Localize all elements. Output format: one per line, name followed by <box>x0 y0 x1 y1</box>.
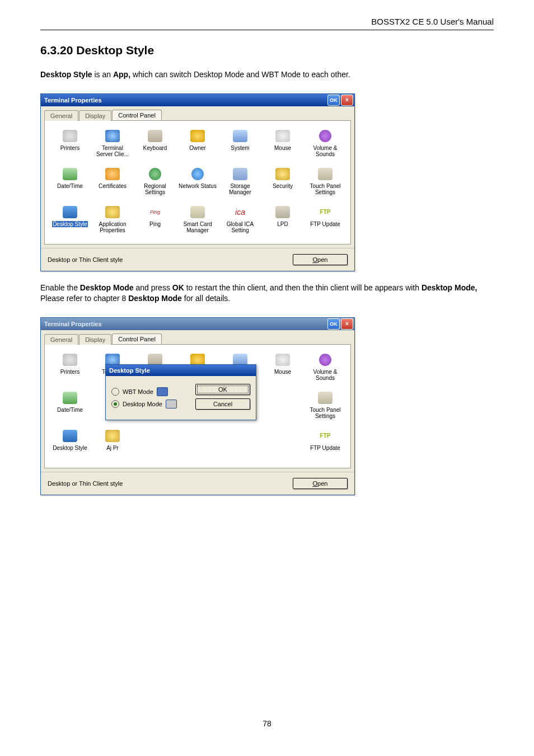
window-title-inactive: Terminal Properties <box>44 321 326 327</box>
cp-item-ftp-update[interactable]: FTPFTP Update <box>305 203 346 240</box>
cp-item-label: Desktop Style <box>53 445 87 452</box>
cp-item-ftp-update[interactable]: FTPFTP Update <box>305 426 346 463</box>
cp-item-desktop-style[interactable]: Desktop Style <box>49 426 91 463</box>
tabstrip: General Display Control Panel <box>41 106 354 120</box>
cp-item-touch-panel-settings[interactable]: Touch Panel Settings <box>305 388 346 425</box>
cp-item-application-properties[interactable]: Application Properties <box>92 203 133 240</box>
cp-item-volume-sounds[interactable]: Volume & Sounds <box>305 126 346 163</box>
cp-item-desktop-style[interactable]: Desktop Style <box>49 203 91 240</box>
blank-icon <box>190 429 205 443</box>
cp-item-mouse[interactable]: Mouse <box>262 350 303 387</box>
section-title: 6.3.20 Desktop Style <box>40 44 494 57</box>
cp-item-application-properties[interactable]: Aj Pr <box>92 426 133 463</box>
cp-item-label: FTP Update <box>310 445 340 452</box>
cp-item-label: Smart Card Manager <box>179 221 217 234</box>
cp-item-printers[interactable]: Printers <box>49 350 91 387</box>
printers-icon <box>62 129 78 143</box>
doc-header: BOSSTX2 CE 5.0 User's Manual <box>40 17 494 26</box>
cp-item-label: Certificates <box>99 183 127 190</box>
application-properties-icon <box>105 429 120 443</box>
certificates-icon <box>105 167 120 181</box>
storage-manager-icon <box>232 167 248 181</box>
cp-item-certificates[interactable]: Certificates <box>92 165 133 201</box>
cp-item-storage-manager[interactable]: Storage Manager <box>219 165 261 201</box>
cp-item-label: Date/Time <box>57 183 83 190</box>
cp-item-smart-card-manager[interactable]: Smart Card Manager <box>177 203 218 240</box>
cp-item-lpd[interactable]: LPD <box>262 203 303 240</box>
cp-item-keyboard[interactable]: Keyboard <box>134 126 176 163</box>
ftp-update-icon: FTP <box>320 205 331 219</box>
cp-item-printers[interactable]: Printers <box>49 126 91 163</box>
tabstrip: General Display Control Panel <box>41 330 354 344</box>
tab-general[interactable]: General <box>44 334 78 345</box>
desktop-style-dialog: Desktop Style WBT Mode Desktop Mode <box>105 364 256 420</box>
cp-item-mouse[interactable]: Mouse <box>262 126 303 163</box>
open-button[interactable]: Open <box>293 478 348 489</box>
ftp-update-icon: FTP <box>320 429 331 443</box>
cp-item-label: Touch Panel Settings <box>306 183 344 196</box>
regional-settings-icon <box>147 167 163 181</box>
blank-icon <box>275 391 291 405</box>
titlebar-ok-button[interactable]: OK <box>327 318 340 330</box>
radio-label: Desktop Mode <box>123 401 162 407</box>
page-number: 78 <box>40 719 494 728</box>
desktop-style-icon <box>62 205 78 219</box>
system-icon <box>232 129 248 143</box>
titlebar-close-button[interactable]: × <box>341 95 353 106</box>
keyboard-icon <box>147 129 163 143</box>
status-description: Desktop or Thin Client style <box>48 480 293 487</box>
enable-paragraph: Enable the Desktop Mode and press OK to … <box>40 283 494 304</box>
cp-item-global-ica-setting[interactable]: icaGlobal ICA Setting <box>219 203 261 240</box>
tab-control-panel[interactable]: Control Panel <box>112 110 162 120</box>
lpd-icon <box>275 205 291 219</box>
global-ica-setting-icon: ica <box>235 205 245 219</box>
cp-item-label: Volume & Sounds <box>306 145 344 158</box>
titlebar-inactive: Terminal Properties OK × <box>41 318 354 330</box>
tab-control-panel[interactable]: Control Panel <box>112 334 162 344</box>
cp-item-label: Global ICA Setting <box>221 221 259 234</box>
radio-desktop-mode[interactable]: Desktop Mode <box>111 400 189 408</box>
dialog-ok-button[interactable]: OK <box>195 384 250 395</box>
tab-display[interactable]: Display <box>79 334 111 345</box>
dialog-cancel-button[interactable]: Cancel <box>195 398 250 410</box>
cp-item-date-time[interactable]: Date/Time <box>49 388 91 425</box>
mouse-icon <box>275 129 291 143</box>
statusbar: Desktop or Thin Client style Open <box>41 472 354 495</box>
date-time-icon <box>62 391 78 405</box>
cp-item-terminal-server-client[interactable]: Terminal Server Clie... <box>92 126 133 163</box>
volume-sounds-icon <box>317 353 333 367</box>
radio-wbt-mode[interactable]: WBT Mode <box>111 387 189 396</box>
touch-panel-settings-icon <box>317 391 333 405</box>
cp-item-regional-settings[interactable]: Regional Settings <box>134 165 176 201</box>
header-rule <box>40 30 494 30</box>
cp-item-security[interactable]: Security <box>262 165 303 201</box>
cp-item-label: Mouse <box>274 369 291 375</box>
cp-item-network-status[interactable]: Network Status <box>177 165 218 201</box>
cp-item-label: Ping <box>149 221 161 228</box>
cp-item-owner[interactable]: Owner <box>177 126 218 163</box>
tab-general[interactable]: General <box>44 110 78 121</box>
cp-item-label: FTP Update <box>310 221 340 228</box>
cp-item-system[interactable]: System <box>219 126 261 163</box>
cp-item-label: Owner <box>189 145 205 152</box>
desktop-mode-icon <box>166 400 177 408</box>
cp-item-touch-panel-settings[interactable]: Touch Panel Settings <box>305 165 346 201</box>
titlebar[interactable]: Terminal Properties OK × <box>41 94 354 106</box>
cp-item-volume-sounds[interactable]: Volume & Sounds <box>305 350 346 387</box>
radio-icon <box>111 388 119 396</box>
cp-item-label: Volume & Sounds <box>306 369 344 382</box>
intro-paragraph: Desktop Style is an App, which can switc… <box>40 69 494 80</box>
titlebar-ok-button[interactable]: OK <box>327 95 340 106</box>
open-button[interactable]: Open <box>293 254 348 265</box>
cp-item-date-time[interactable]: Date/Time <box>49 165 91 201</box>
tab-display[interactable]: Display <box>79 110 111 121</box>
titlebar-close-button[interactable]: × <box>341 318 353 330</box>
radio-icon <box>111 400 119 408</box>
cp-item-ping[interactable]: PingPing <box>134 203 176 240</box>
date-time-icon <box>62 167 78 181</box>
touch-panel-settings-icon <box>317 167 333 181</box>
cp-item-label: System <box>231 145 249 152</box>
cp-item-label: Aj Pr <box>106 445 119 452</box>
dialog-titlebar[interactable]: Desktop Style <box>106 365 256 376</box>
cp-item-label: Mouse <box>274 145 291 152</box>
